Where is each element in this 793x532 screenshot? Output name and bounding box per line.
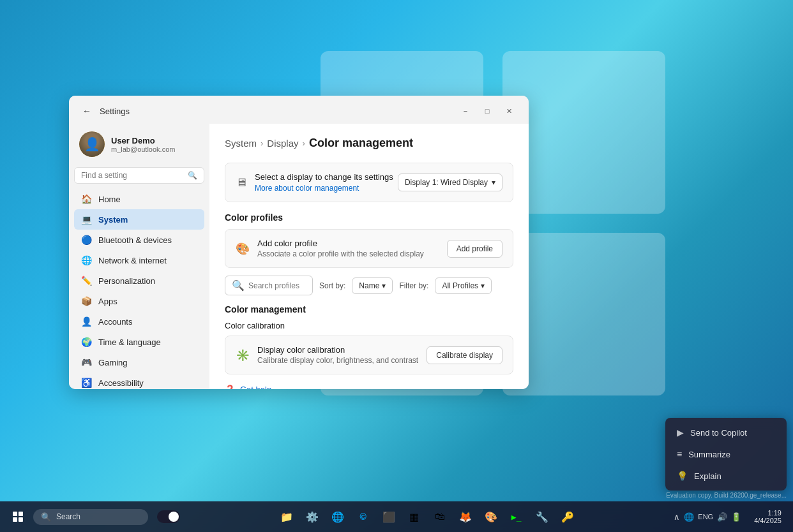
sidebar-item-network[interactable]: 🌐 Network & internet — [74, 250, 204, 270]
get-help-label: Get help — [240, 385, 271, 389]
taskbar-apps: 📁 ⚙️ 🌐 © ⬛ ▦ 🛍 🦊 🎨 ▶_ 🔧 🔑 — [185, 505, 668, 528]
taskbar: 🔍 Search 📁 ⚙️ 🌐 © ⬛ ▦ 🛍 🦊 🎨 ▶_ 🔧 🔑 ∧ 🌐 E… — [0, 501, 793, 532]
calibration-icon: ✳️ — [236, 348, 250, 362]
context-menu: ▶ Send to Copilot ≡ Summarize 💡 Explain — [665, 418, 787, 491]
avatar-image: 👤 — [79, 131, 105, 157]
taskbar-app-store[interactable]: 🛍 — [428, 505, 451, 528]
minimize-button[interactable]: − — [456, 105, 475, 117]
display-dropdown[interactable]: Display 1: Wired Display ▾ — [398, 174, 502, 191]
display-card-link[interactable]: More about color management — [255, 184, 359, 193]
color-calibration-title: Color calibration — [225, 321, 513, 330]
time-icon: 🌍 — [80, 336, 92, 348]
filter-label: Filter by: — [399, 281, 428, 290]
sidebar-item-gaming[interactable]: 🎮 Gaming — [74, 352, 204, 373]
taskbar-app-cmd[interactable]: ▶_ — [505, 505, 528, 528]
taskbar-app-files[interactable]: 📁 — [275, 505, 298, 528]
taskbar-app-browser[interactable]: 🦊 — [454, 505, 477, 528]
breadcrumb-display[interactable]: Display — [267, 138, 298, 149]
filter-dropdown[interactable]: All Profiles ▾ — [435, 277, 492, 294]
calibration-card: ✳️ Display color calibration Calibrate d… — [225, 336, 513, 374]
window-body: 👤 User Demo m_lab@outlook.com 🔍 🏠 Home 💻… — [69, 124, 529, 389]
tray-volume-icon[interactable]: 🔊 — [717, 512, 727, 522]
user-info: User Demo m_lab@outlook.com — [111, 136, 175, 153]
back-button[interactable]: ← — [79, 103, 94, 119]
taskbar-search[interactable]: 🔍 Search — [33, 509, 148, 525]
ctx-explain[interactable]: 💡 Explain — [669, 465, 783, 487]
toggle-knob — [169, 512, 179, 522]
sidebar-item-label-accounts: Accounts — [98, 317, 132, 327]
sidebar-item-label-gaming: Gaming — [98, 358, 128, 367]
sidebar-item-label-network: Network & internet — [98, 256, 167, 265]
get-help-link[interactable]: ❓ Get help — [225, 385, 513, 389]
system-icon: 💻 — [80, 214, 92, 225]
taskbar-app-widgets[interactable]: ▦ — [403, 505, 426, 528]
sidebar-item-label-apps: Apps — [98, 297, 117, 306]
settings-search-box[interactable]: 🔍 — [74, 167, 204, 184]
ctx-summarize[interactable]: ≡ Summarize — [669, 443, 783, 465]
send-copilot-icon: ▶ — [677, 427, 684, 438]
filter-selected: All Profiles — [442, 281, 478, 290]
taskbar-toggle[interactable] — [152, 508, 185, 526]
display-selector-card: 🖥 Select a display to change its setting… — [225, 163, 513, 202]
tray-battery-icon[interactable]: 🔋 — [731, 512, 741, 522]
avatar: 👤 — [79, 131, 105, 157]
close-button[interactable]: ✕ — [499, 105, 518, 117]
sidebar: 👤 User Demo m_lab@outlook.com 🔍 🏠 Home 💻… — [69, 124, 209, 389]
sidebar-item-personalization[interactable]: ✏️ Personalization — [74, 270, 204, 291]
sort-dropdown[interactable]: Name ▾ — [352, 277, 393, 294]
sidebar-item-system[interactable]: 💻 System — [74, 209, 204, 230]
sidebar-item-label-accessibility: Accessibility — [98, 378, 144, 388]
sidebar-item-label-home: Home — [98, 195, 121, 204]
back-icon: ← — [82, 106, 91, 116]
search-profiles-input[interactable] — [248, 281, 306, 290]
sidebar-item-time[interactable]: 🌍 Time & language — [74, 332, 204, 352]
taskbar-app-edge[interactable]: 🌐 — [326, 505, 349, 528]
monitor-icon: 🖥 — [236, 176, 247, 189]
maximize-button[interactable]: □ — [478, 105, 497, 117]
breadcrumb: System › Display › Color management — [225, 137, 513, 150]
sort-label: Sort by: — [319, 281, 345, 290]
taskbar-app-edge2[interactable]: © — [352, 505, 375, 528]
calibration-card-sub: Calibrate display color, brightness, and… — [257, 356, 418, 365]
display-card-text: Select a display to change its settings … — [255, 172, 393, 193]
search-profiles-icon: 🔍 — [232, 279, 245, 292]
start-button[interactable] — [6, 505, 29, 528]
profiles-search-box[interactable]: 🔍 — [225, 276, 313, 295]
dropdown-chevron-icon: ▾ — [492, 178, 495, 187]
sidebar-item-apps[interactable]: 📦 Apps — [74, 291, 204, 311]
ctx-send-copilot[interactable]: ▶ Send to Copilot — [669, 422, 783, 443]
sidebar-item-label-bluetooth: Bluetooth & devices — [98, 235, 172, 245]
breadcrumb-system[interactable]: System — [225, 138, 257, 149]
clock-time: 1:19 — [768, 509, 782, 517]
taskbar-clock[interactable]: 1:19 4/4/2025 — [749, 509, 787, 524]
calibrate-display-button[interactable]: Calibrate display — [427, 346, 502, 364]
settings-search-input[interactable] — [81, 171, 184, 180]
summarize-icon: ≡ — [677, 449, 682, 459]
bluetooth-icon: 🔵 — [80, 234, 92, 246]
sidebar-item-home[interactable]: 🏠 Home — [74, 189, 204, 209]
add-profile-button[interactable]: Add profile — [447, 240, 502, 258]
user-profile: 👤 User Demo m_lab@outlook.com — [74, 124, 204, 165]
taskbar-app-tool2[interactable]: 🔑 — [556, 505, 579, 528]
tray-chevron-icon[interactable]: ∧ — [674, 512, 680, 522]
add-profile-left: 🎨 Add color profile Associate a color pr… — [236, 239, 424, 258]
taskbar-app-paint[interactable]: 🎨 — [480, 505, 502, 528]
toggle-pill[interactable] — [157, 510, 180, 523]
help-icon: ❓ — [225, 385, 235, 389]
add-profile-card: 🎨 Add color profile Associate a color pr… — [225, 229, 513, 268]
taskbar-app-terminal[interactable]: ⬛ — [377, 505, 400, 528]
sidebar-item-accounts[interactable]: 👤 Accounts — [74, 311, 204, 332]
calibration-text: Display color calibration Calibrate disp… — [257, 345, 418, 365]
title-bar: ← Settings − □ ✕ — [69, 96, 529, 124]
clock-date: 4/4/2025 — [754, 517, 782, 524]
calibration-card-title: Display color calibration — [257, 345, 418, 355]
sidebar-item-bluetooth[interactable]: 🔵 Bluetooth & devices — [74, 230, 204, 250]
language-label[interactable]: ENG — [698, 513, 713, 521]
gaming-icon: 🎮 — [80, 357, 92, 368]
sidebar-item-accessibility[interactable]: ♿ Accessibility — [74, 373, 204, 389]
taskbar-app-settings[interactable]: ⚙️ — [301, 505, 324, 528]
tray-network-icon[interactable]: 🌐 — [684, 512, 694, 522]
settings-window: ← Settings − □ ✕ 👤 User Demo m_lab@outlo… — [69, 96, 529, 389]
taskbar-app-tool1[interactable]: 🔧 — [531, 505, 554, 528]
breadcrumb-current: Color management — [309, 137, 413, 150]
